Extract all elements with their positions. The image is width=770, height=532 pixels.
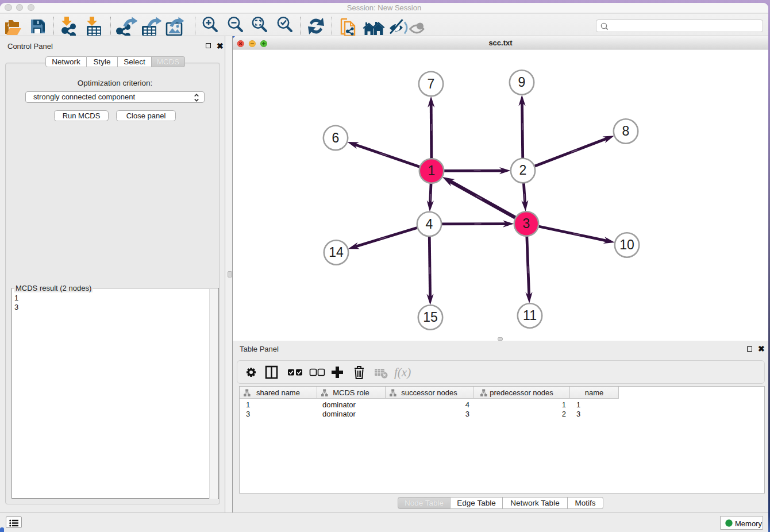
svg-text:11: 11 [523, 308, 537, 323]
svg-text:10: 10 [619, 237, 634, 252]
svg-text:9: 9 [518, 75, 526, 90]
svg-text:f(x): f(x) [394, 365, 411, 379]
svg-text:4: 4 [426, 217, 433, 232]
svg-text:14: 14 [329, 245, 344, 260]
svg-text:2: 2 [519, 163, 527, 178]
svg-text:1: 1 [428, 163, 436, 178]
svg-text:6: 6 [332, 130, 340, 145]
svg-text:8: 8 [622, 124, 630, 138]
svg-text:15: 15 [423, 310, 438, 325]
svg-text:7: 7 [428, 76, 435, 91]
svg-text:3: 3 [523, 216, 530, 231]
